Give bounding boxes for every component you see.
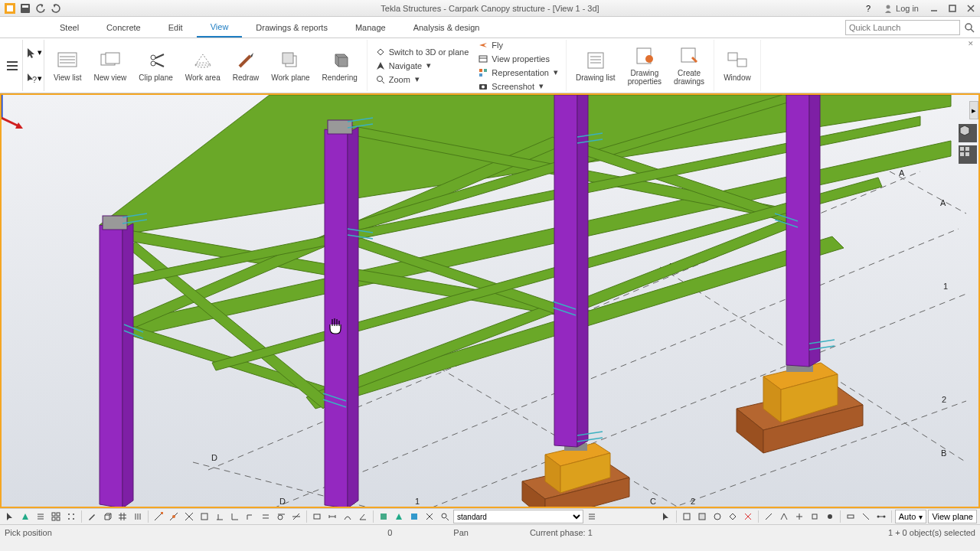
sel-d[interactable] — [726, 510, 740, 523]
close-button[interactable] — [962, 0, 980, 17]
clip-plane-button[interactable]: Clip plane — [134, 41, 177, 90]
snap-edge[interactable] — [228, 510, 242, 523]
sel-i[interactable] — [823, 510, 837, 523]
tool-box3d[interactable] — [100, 510, 114, 523]
window-button[interactable]: Window — [719, 41, 756, 90]
drawing-properties-button[interactable]: Drawing properties — [623, 41, 666, 90]
status-mode: Pan — [453, 528, 469, 537]
status-phase[interactable]: Current phase: 1 — [530, 528, 593, 537]
sel-g[interactable] — [792, 510, 806, 523]
tab-analysis-design[interactable]: Analysis & design — [400, 17, 494, 37]
svg-rect-27 — [283, 53, 293, 64]
new-view-button[interactable]: New view — [90, 41, 132, 90]
snap-any[interactable] — [289, 510, 303, 523]
snap-parallel[interactable] — [259, 510, 273, 523]
snap-angle[interactable] — [356, 510, 370, 523]
screenshot-button[interactable]: Screenshot▾ — [475, 80, 561, 93]
redo-icon[interactable] — [49, 2, 63, 15]
snap-intersection[interactable] — [182, 510, 196, 523]
view-list-button[interactable]: View list — [49, 41, 87, 90]
snap-dim[interactable] — [325, 510, 339, 523]
snap-magnify[interactable] — [438, 510, 452, 523]
sel-h[interactable] — [808, 510, 822, 523]
tool-lines[interactable] — [34, 510, 47, 523]
ribbon-hamburger[interactable] — [2, 40, 23, 91]
create-drawings-button[interactable]: Create drawings — [669, 41, 709, 90]
work-area-button[interactable]: Work area — [181, 41, 225, 90]
snap-bluebox[interactable] — [407, 510, 421, 523]
tool-grid4[interactable] — [49, 510, 63, 523]
tab-concrete[interactable]: Concrete — [93, 17, 155, 37]
quick-launch-input[interactable] — [845, 20, 960, 35]
snap-square[interactable] — [198, 510, 211, 523]
zoom-button[interactable]: Zoom▾ — [372, 73, 472, 86]
undo-icon[interactable] — [34, 2, 47, 15]
tab-drawings-reports[interactable]: Drawings & reports — [242, 17, 341, 37]
snap-corner[interactable] — [243, 510, 257, 523]
work-plane-button[interactable]: Work plane — [266, 41, 314, 90]
style-select[interactable]: standard — [453, 510, 583, 523]
tool-pointer[interactable] — [3, 510, 17, 523]
snap-tri[interactable] — [392, 510, 406, 523]
svg-point-4 — [887, 5, 890, 8]
snap-tangent[interactable] — [274, 510, 288, 523]
tool-dots[interactable] — [64, 510, 78, 523]
dock-grid-icon[interactable] — [959, 145, 977, 164]
snap-rect[interactable] — [310, 510, 324, 523]
redraw-button[interactable]: Redraw — [228, 41, 263, 90]
svg-point-79 — [68, 518, 70, 520]
tab-steel[interactable]: Steel — [46, 17, 93, 37]
help-icon[interactable]: ? — [859, 0, 877, 17]
switch-3d-button[interactable]: Switch to 3D or plane — [372, 46, 472, 58]
3d-viewport[interactable]: A A B B C C D D 1 1 2 2 — [0, 93, 980, 508]
drawing-list-button[interactable]: Drawing list — [571, 41, 620, 90]
svg-point-28 — [377, 76, 382, 81]
svg-text:?: ? — [32, 75, 37, 84]
sel-x[interactable] — [741, 510, 755, 523]
snap-perp[interactable] — [213, 510, 227, 523]
login-button[interactable]: Log in — [877, 4, 925, 13]
snap-green[interactable] — [377, 510, 390, 523]
navigate-button[interactable]: Navigate▾ — [372, 60, 472, 72]
sel-k[interactable] — [859, 510, 873, 523]
view-plane-dropdown[interactable]: View plane — [928, 510, 977, 523]
tool-settings[interactable] — [585, 510, 599, 523]
sel-l[interactable] — [874, 510, 888, 523]
help-pointer-icon[interactable]: ?▾ — [24, 69, 43, 87]
ribbon-close-icon[interactable]: ✕ — [968, 40, 977, 49]
snap-midpoint[interactable] — [167, 510, 181, 523]
minimize-button[interactable] — [925, 0, 943, 17]
sel-a[interactable] — [680, 510, 694, 523]
tool-vbars[interactable] — [131, 510, 145, 523]
svg-rect-69 — [965, 152, 969, 156]
view-compass[interactable] — [0, 93, 956, 499]
rendering-button[interactable]: Rendering — [318, 41, 362, 90]
tool-triangle[interactable] — [18, 510, 32, 523]
dock-cube-icon[interactable] — [959, 124, 977, 142]
representation-button[interactable]: Representation▾ — [475, 67, 561, 79]
status-hint: Pick position — [5, 528, 52, 537]
sel-e[interactable] — [762, 510, 776, 523]
tool-hash[interactable] — [116, 510, 129, 523]
tool-pen[interactable] — [85, 510, 99, 523]
tab-manage[interactable]: Manage — [341, 17, 400, 37]
tab-view[interactable]: View — [197, 17, 243, 37]
side-panel-toggle[interactable]: ▸ — [969, 101, 978, 119]
sel-b[interactable] — [695, 510, 709, 523]
sel-pointer[interactable] — [659, 510, 673, 523]
search-icon[interactable] — [962, 20, 977, 35]
pointer-tool-icon[interactable]: ▾ — [24, 44, 43, 62]
sel-f[interactable] — [777, 510, 791, 523]
sel-c[interactable] — [710, 510, 724, 523]
view-properties-button[interactable]: View properties — [475, 53, 561, 65]
snap-endpoint[interactable] — [152, 510, 165, 523]
sel-j[interactable] — [844, 510, 858, 523]
maximize-button[interactable] — [943, 0, 962, 17]
tab-edit[interactable]: Edit — [155, 17, 197, 37]
svg-rect-109 — [381, 514, 387, 520]
save-icon[interactable] — [18, 2, 32, 15]
fly-button[interactable]: Fly — [475, 39, 561, 51]
snap-arc[interactable] — [341, 510, 354, 523]
auto-dropdown[interactable]: Auto▾ — [895, 510, 927, 523]
snap-cross[interactable] — [423, 510, 436, 523]
